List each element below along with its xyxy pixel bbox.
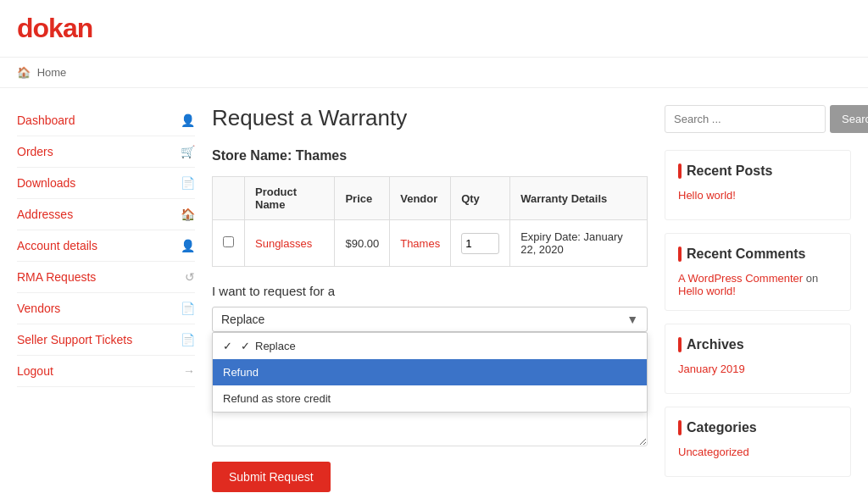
recent-comments-title: Recent Comments [678,246,837,262]
row-checkbox[interactable] [223,236,234,247]
qty-cell [451,220,510,267]
option-label-store-credit: Refund as store credit [223,392,331,405]
table-header-product: Product Name [245,177,335,220]
sidebar-item-downloads[interactable]: Downloads 📄 [17,168,195,199]
categories-title: Categories [678,420,837,435]
search-box: Search [665,105,851,133]
table-header-checkbox [213,177,245,220]
sidebar-label-seller-support: Seller Support Tickets [17,333,132,346]
vendor-link[interactable]: Thames [400,237,440,250]
price-cell: $90.00 [335,220,390,267]
recent-post-hello-world[interactable]: Hello world! [678,189,837,202]
breadcrumb: 🏠 Home [0,58,868,88]
site-logo[interactable]: dokan [17,13,92,43]
dashboard-icon: 👤 [181,114,195,127]
left-sidebar: Dashboard 👤 Orders 🛒 Downloads 📄 Address… [17,105,195,492]
breadcrumb-home-link[interactable]: Home [37,66,67,79]
option-label-refund: Refund [223,366,259,379]
right-sidebar: Search Recent Posts Hello world! Recent … [665,105,851,492]
recent-comments-widget: Recent Comments A WordPress Commenter on… [665,233,851,311]
table-header-vendor: Vendor [390,177,451,220]
qty-input[interactable] [461,233,499,254]
category-uncategorized[interactable]: Uncategorized [678,446,837,458]
chevron-down-icon: ▼ [626,313,638,326]
page-title: Request a Warranty [212,105,648,131]
recent-posts-title: Recent Posts [678,163,837,179]
archives-title: Archives [678,337,837,352]
submit-request-button[interactable]: Submit Request [212,462,331,492]
sidebar-label-downloads: Downloads [17,176,75,190]
sidebar-label-addresses: Addresses [17,208,73,221]
main-container: Dashboard 👤 Orders 🛒 Downloads 📄 Address… [0,88,868,504]
sidebar-label-vendors: Vendors [17,302,60,315]
on-text: on [806,272,818,285]
site-header: dokan [0,0,868,58]
categories-widget: Categories Uncategorized [665,407,851,477]
logout-icon: → [183,364,195,378]
vendor-cell: Thames [390,220,451,267]
recent-comment-text: A WordPress Commenter on Hello world! [678,272,837,297]
seller-support-icon: 📄 [181,333,195,346]
comment-post-link[interactable]: Hello world! [678,285,736,297]
vendors-icon: 📄 [181,302,195,315]
search-input[interactable] [665,105,826,133]
sidebar-item-account-details[interactable]: Account details 👤 [17,230,195,262]
home-icon: 🏠 [17,66,31,79]
addresses-icon: 🏠 [181,208,195,221]
commenter-link[interactable]: A WordPress Commenter [678,272,803,285]
archive-january-2019[interactable]: January 2019 [678,363,837,375]
request-dropdown-trigger[interactable]: Replace ▼ [212,307,648,332]
option-label-replace: Replace [255,340,296,352]
main-content: Request a Warranty Store Name: Thames Pr… [212,105,648,492]
table-row: Sunglasses $90.00 Thames Expiry Date: Ja… [213,220,648,267]
orders-icon: 🛒 [181,145,195,158]
warranty-table: Product Name Price Vendor Qty Warranty D… [212,176,648,267]
dropdown-option-refund[interactable]: Refund [213,359,647,385]
sidebar-label-rma: RMA Requests [17,270,96,284]
table-header-warranty: Warranty Details [510,177,648,220]
sidebar-item-seller-support[interactable]: Seller Support Tickets 📄 [17,324,195,356]
sidebar-item-dashboard[interactable]: Dashboard 👤 [17,105,195,136]
sidebar-label-account-details: Account details [17,239,97,252]
dropdown-current-value: Replace [221,313,618,326]
request-dropdown-container: Replace ▼ ✓ Replace Refund Refund as sto… [212,307,648,332]
row-checkbox-cell [213,220,245,267]
store-name: Store Name: Thames [212,148,648,163]
warranty-details-cell: Expiry Date: January 22, 2020 [510,220,648,267]
logo-letter-d: d [17,13,33,43]
table-header-qty: Qty [451,177,510,220]
dropdown-menu: ✓ Replace Refund Refund as store credit [212,332,648,413]
rma-icon: ↺ [185,270,195,284]
dropdown-option-store-credit[interactable]: Refund as store credit [213,385,647,412]
account-icon: 👤 [181,239,195,252]
sidebar-label-orders: Orders [17,145,53,158]
sidebar-item-logout[interactable]: Logout → [17,356,195,387]
dropdown-option-replace[interactable]: ✓ Replace [213,333,647,359]
logo-text: okan [33,13,93,43]
sidebar-item-orders[interactable]: Orders 🛒 [17,136,195,168]
recent-posts-widget: Recent Posts Hello world! [665,150,851,220]
sidebar-label-dashboard: Dashboard [17,114,75,127]
request-label: I want to request for a [212,284,648,298]
table-header-price: Price [335,177,390,220]
archives-widget: Archives January 2019 [665,324,851,394]
product-link[interactable]: Sunglasses [255,237,312,250]
sidebar-item-vendors[interactable]: Vendors 📄 [17,293,195,324]
search-button[interactable]: Search [830,105,868,133]
product-name-cell: Sunglasses [245,220,335,267]
sidebar-label-logout: Logout [17,364,53,378]
sidebar-item-rma-requests[interactable]: RMA Requests ↺ [17,262,195,293]
downloads-icon: 📄 [181,176,195,190]
checkmark-icon: ✓ [241,340,250,352]
sidebar-item-addresses[interactable]: Addresses 🏠 [17,199,195,230]
